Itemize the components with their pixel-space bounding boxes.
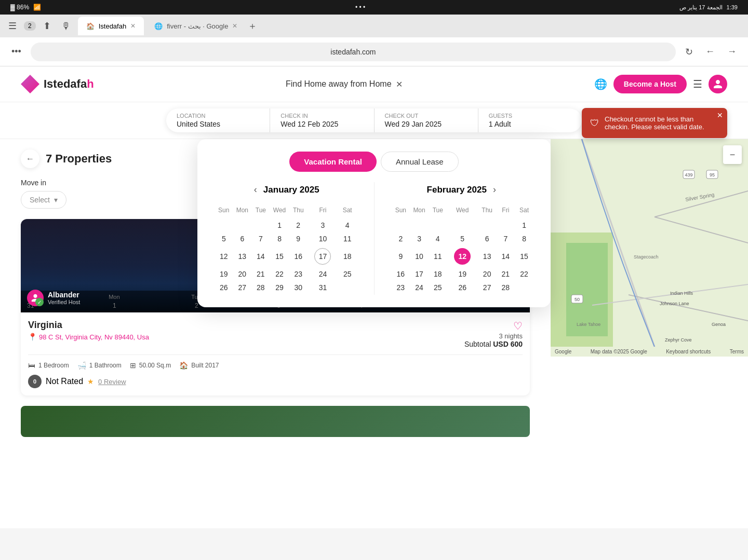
- calendar-day[interactable]: 27: [234, 281, 251, 294]
- calendar-day[interactable]: 18: [429, 268, 447, 280]
- calendar-day[interactable]: 10: [410, 246, 428, 267]
- calendar-day[interactable]: 28: [252, 281, 270, 294]
- new-tab-button[interactable]: ＋: [248, 17, 257, 35]
- keyboard-shortcuts[interactable]: Keyboard shortcuts: [666, 349, 711, 354]
- calendar-day[interactable]: 20: [234, 268, 251, 280]
- calendar-day[interactable]: 13: [478, 246, 496, 267]
- calendar-day[interactable]: 10: [308, 233, 338, 245]
- calendar-day[interactable]: 28: [497, 281, 515, 294]
- calendar-day[interactable]: 12: [448, 246, 477, 267]
- tab-fiverr[interactable]: 🌐 fiverr - بحث · Google ✕: [146, 17, 246, 35]
- calendar-day[interactable]: 9: [392, 246, 410, 267]
- calendar-day[interactable]: 15: [271, 246, 289, 267]
- calendar-day[interactable]: 7: [252, 233, 270, 245]
- calendar-day[interactable]: 26: [448, 281, 477, 294]
- become-host-button[interactable]: Become a Host: [613, 75, 687, 93]
- annual-lease-tab[interactable]: Annual Lease: [381, 152, 459, 172]
- calendar-day[interactable]: 8: [515, 233, 533, 245]
- calendar-day[interactable]: 4: [339, 219, 356, 231]
- calendar-day[interactable]: 2: [289, 219, 307, 231]
- forward-button[interactable]: →: [724, 43, 740, 60]
- calendar-day[interactable]: 4: [429, 233, 447, 245]
- calendar-day[interactable]: 25: [339, 268, 356, 280]
- calendar-day[interactable]: 6: [478, 233, 496, 245]
- language-button[interactable]: 🌐: [594, 78, 607, 90]
- calendar-day[interactable]: 24: [410, 281, 428, 294]
- calendar-day[interactable]: 1: [515, 219, 533, 231]
- calendar-day[interactable]: 8: [271, 233, 289, 245]
- calendar-day[interactable]: 14: [252, 246, 270, 267]
- checkin-filter[interactable]: Check In Wed 12 Feb 2025: [270, 108, 374, 132]
- checkout-filter[interactable]: Check Out Wed 29 Jan 2025: [375, 108, 478, 132]
- calendar-day[interactable]: 11: [429, 246, 447, 267]
- zoom-out-button[interactable]: −: [725, 147, 740, 162]
- calendar-day: [410, 219, 428, 231]
- favorite-button[interactable]: ♡: [513, 320, 523, 332]
- calendar-day[interactable]: 19: [215, 268, 233, 280]
- reload-button[interactable]: ↻: [682, 43, 696, 61]
- calendar-day[interactable]: 29: [271, 281, 289, 294]
- calendar-day[interactable]: 23: [392, 281, 410, 294]
- mic-button[interactable]: 🎙: [58, 18, 74, 35]
- back-button[interactable]: ←: [702, 43, 718, 60]
- calendar-day[interactable]: 18: [339, 246, 356, 267]
- calendar-day[interactable]: 16: [289, 246, 307, 267]
- host-avatar-wrapper: ✓: [27, 290, 44, 306]
- avatar[interactable]: [709, 75, 727, 93]
- calendar-day[interactable]: 26: [215, 281, 233, 294]
- calendar-day[interactable]: 20: [478, 268, 496, 280]
- calendar-day[interactable]: 31: [308, 281, 338, 294]
- calendar-day[interactable]: 12: [215, 246, 233, 267]
- share-button[interactable]: ⬆: [40, 17, 54, 35]
- calendar-day[interactable]: 14: [497, 246, 515, 267]
- calendar-day[interactable]: 22: [271, 268, 289, 280]
- tab-istedafah[interactable]: 🏠 Istedafah ✕: [78, 17, 144, 35]
- calendar-day[interactable]: 7: [497, 233, 515, 245]
- calendar-day[interactable]: 21: [252, 268, 270, 280]
- calendar-day[interactable]: 22: [515, 268, 533, 280]
- prev-month-button[interactable]: ‹: [252, 182, 259, 197]
- move-in-select[interactable]: Select ▾: [21, 191, 66, 209]
- back-nav-button[interactable]: ←: [21, 149, 39, 168]
- calendar-day[interactable]: 30: [289, 281, 307, 294]
- review-link[interactable]: 0 Review: [98, 378, 126, 386]
- map-zoom-out[interactable]: −: [723, 145, 742, 164]
- calendar-day[interactable]: 27: [478, 281, 496, 294]
- terms-link[interactable]: Terms: [730, 349, 744, 354]
- calendar-day[interactable]: 6: [234, 233, 251, 245]
- next-month-button[interactable]: ›: [491, 182, 498, 197]
- calendar-day[interactable]: 5: [215, 233, 233, 245]
- vacation-rental-tab[interactable]: Vacation Rental: [289, 152, 377, 172]
- tab-fiverr-close-button[interactable]: ✕: [232, 22, 237, 30]
- calendar-day[interactable]: 3: [410, 233, 428, 245]
- calendar-day[interactable]: 13: [234, 246, 251, 267]
- calendar-day[interactable]: 9: [289, 233, 307, 245]
- guests-filter[interactable]: Guests 1 Adult: [478, 108, 582, 132]
- calendar-day[interactable]: 2: [392, 233, 410, 245]
- calendar-day[interactable]: 3: [308, 219, 338, 231]
- calendar-day[interactable]: 11: [339, 233, 356, 245]
- search-close-button[interactable]: ✕: [396, 79, 403, 89]
- calendar-day[interactable]: 23: [289, 268, 307, 280]
- svg-text:Johnson Lane: Johnson Lane: [660, 301, 689, 306]
- tabs-expand-button[interactable]: ☰: [5, 17, 20, 35]
- calendar-day[interactable]: 16: [392, 268, 410, 280]
- tab-count-button[interactable]: 2: [24, 21, 36, 31]
- address-bar[interactable]: istedafah.com: [31, 43, 676, 61]
- error-close-button[interactable]: ✕: [717, 111, 723, 119]
- calendar-day[interactable]: 19: [448, 268, 477, 280]
- property-info: Virginia 📍 98 C St, Virginia City, Nv 89…: [21, 312, 530, 395]
- menu-dots-button[interactable]: •••: [8, 43, 24, 60]
- calendar-day[interactable]: 1: [271, 219, 289, 231]
- calendar-day[interactable]: 21: [497, 268, 515, 280]
- location-filter[interactable]: Location United States: [166, 108, 270, 132]
- january-year: 2025: [300, 185, 319, 195]
- calendar-day[interactable]: 17: [410, 268, 428, 280]
- calendar-day[interactable]: 25: [429, 281, 447, 294]
- calendar-day[interactable]: 5: [448, 233, 477, 245]
- tab-close-button[interactable]: ✕: [130, 22, 136, 30]
- calendar-day[interactable]: 24: [308, 268, 338, 280]
- calendar-day[interactable]: 17: [308, 246, 338, 267]
- calendar-day[interactable]: 15: [515, 246, 533, 267]
- menu-button[interactable]: ☰: [693, 78, 702, 90]
